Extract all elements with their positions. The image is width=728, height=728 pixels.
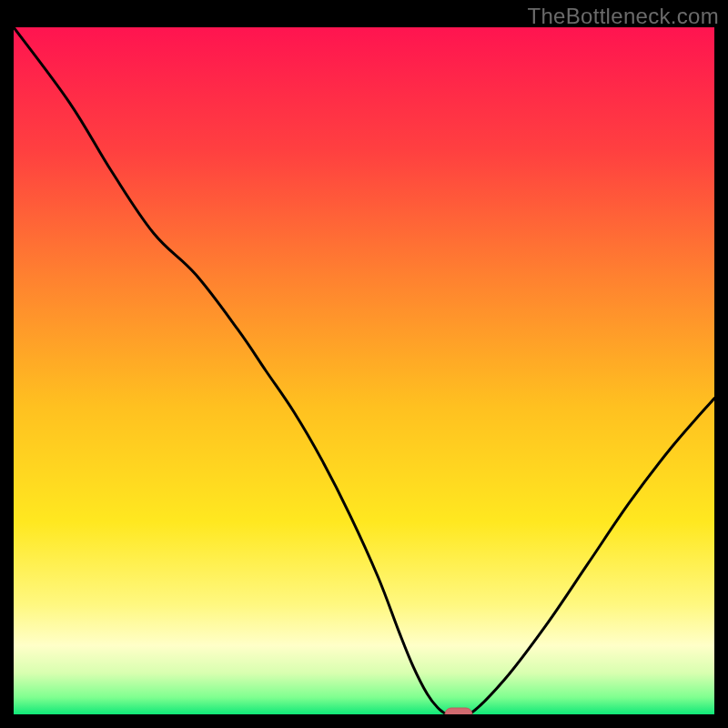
watermark-text: TheBottleneck.com: [527, 4, 719, 29]
chart-frame: TheBottleneck.com: [0, 0, 728, 728]
bottleneck-chart: [14, 27, 714, 714]
plot-area: [14, 27, 714, 714]
gradient-background: [14, 27, 714, 714]
optimal-marker: [445, 708, 472, 714]
